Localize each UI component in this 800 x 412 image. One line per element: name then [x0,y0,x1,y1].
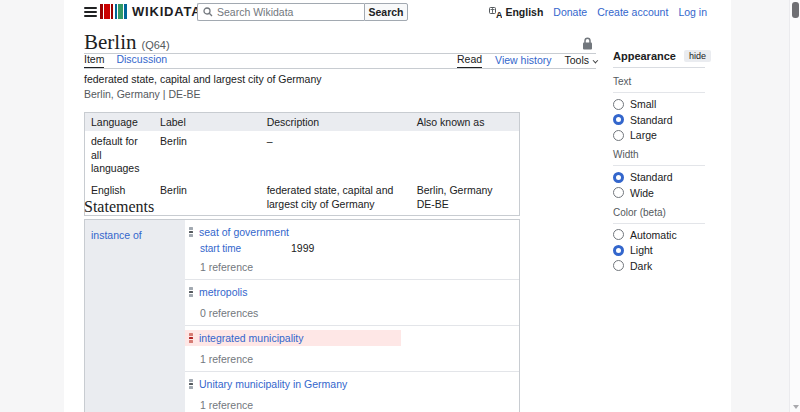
entity-id: (Q64) [142,39,170,51]
rank-selector-icon[interactable] [189,379,193,389]
qualifier-row: start time1999 [200,242,519,254]
language-label: English [505,6,543,18]
language-icon: A [489,7,502,18]
statement-group: instance of seat of government start tim… [84,219,520,412]
cell-language: default for all languages [85,131,155,180]
search-input[interactable] [217,6,359,18]
namespace-tabs: Item Discussion [84,53,167,68]
width-options: Standard Wide [613,171,705,199]
statements-heading: Statements [84,198,154,216]
qualifier-property-link[interactable]: start time [200,243,291,254]
radio-width-standard[interactable]: Standard [613,171,705,183]
radio-color-light[interactable]: Light [613,244,705,256]
radio-width-wide[interactable]: Wide [613,187,705,199]
wikidata-logo-icon [100,4,127,19]
cell-label: Berlin [154,131,261,180]
donate-link[interactable]: Donate [553,6,587,18]
radio-icon-checked[interactable] [613,114,624,125]
top-bar: WIKIDATA Search A English [64,0,731,24]
main-menu-icon[interactable] [84,7,97,17]
references-toggle[interactable]: 0 references [200,307,519,319]
terms-header-row: Language Label Description Also known as [85,113,520,132]
claim-seat-of-government: seat of government start time1999 1 refe… [185,220,519,280]
radio-icon-checked[interactable] [613,172,624,183]
references-toggle[interactable]: 1 reference [200,261,519,273]
property-link[interactable]: instance of [91,229,142,241]
rank-selector-icon-deprecated[interactable] [189,333,193,343]
radio-icon[interactable] [613,187,624,198]
claim-unitary-municipality: Unitary municipality in Germany 1 refere… [185,372,519,412]
table-row: default for all languages Berlin – [85,131,520,180]
radio-color-automatic[interactable]: Automatic [613,229,705,241]
radio-text-large[interactable]: Large [613,129,705,141]
content-sheet: WIKIDATA Search A English [64,0,731,412]
color-section-label: Color (beta) [613,205,705,224]
wikidata-page: WIKIDATA Search A English [0,0,800,412]
search-button[interactable]: Search [364,3,408,21]
qualifier-value: 1999 [291,242,314,254]
description-text: federated state, capital and largest cit… [84,72,322,87]
radio-icon[interactable] [613,260,624,271]
log-in-link[interactable]: Log in [678,6,707,18]
cell-aliases [411,131,520,180]
user-links: A English Donate Create account Log in [489,0,707,24]
search-icon [203,7,213,17]
wikidata-logo[interactable]: WIKIDATA [100,4,201,19]
rank-selector-icon[interactable] [189,287,193,297]
radio-color-dark[interactable]: Dark [613,260,705,272]
tab-item[interactable]: Item [84,53,104,68]
col-language: Language [85,113,155,132]
appearance-header: Appearance hide [613,50,705,68]
appearance-title: Appearance [613,50,676,62]
col-label: Label [154,113,261,132]
page-tabs: Item Discussion Read View history Tools [84,55,596,69]
search-bar: Search [197,3,408,21]
wikidata-logo-text: WIKIDATA [132,4,201,19]
scrollbar-down-arrow-icon[interactable] [793,405,799,409]
radio-icon[interactable] [613,130,624,141]
claim-integrated-municipality: integrated municipality 1 reference [185,326,519,372]
cell-aliases: Berlin, Germany DE-BE [411,180,520,216]
scrollbar-thumb[interactable] [792,2,799,18]
claim-value-link[interactable]: metropolis [199,286,247,298]
tab-view-history[interactable]: View history [495,54,551,68]
text-options: Small Standard Large [613,98,705,141]
page-title: Berlin [84,30,137,54]
radio-text-small[interactable]: Small [613,98,705,110]
claim-value-link[interactable]: integrated municipality [199,332,303,344]
claim-metropolis: metropolis 0 references [185,280,519,326]
col-also-known-as: Also known as [411,113,520,132]
view-tabs: Read View history Tools [457,53,596,68]
text-section-label: Text [613,74,705,93]
tab-tools[interactable]: Tools [564,54,596,68]
search-box[interactable] [197,3,364,21]
create-account-link[interactable]: Create account [597,6,668,18]
title-row: Berlin(Q64) [84,31,596,54]
cell-description: federated state, capital and largest cit… [261,180,411,216]
claim-value-link[interactable]: Unitary municipality in Germany [199,378,347,390]
references-toggle[interactable]: 1 reference [200,399,519,411]
color-options: Automatic Light Dark [613,229,705,272]
claims-list: seat of government start time1999 1 refe… [185,220,519,412]
protection-lock-icon [582,36,593,54]
deprecated-value-row: integrated municipality [185,330,401,346]
entity-description: federated state, capital and largest cit… [84,72,322,101]
rank-selector-icon[interactable] [189,227,193,237]
references-toggle[interactable]: 1 reference [200,353,519,365]
svg-text:A: A [496,9,502,18]
cell-description: – [261,131,411,180]
tab-read[interactable]: Read [457,53,482,68]
scrollbar[interactable] [789,0,800,412]
radio-icon-checked[interactable] [613,245,624,256]
claim-value-link[interactable]: seat of government [199,226,289,238]
appearance-panel: Appearance hide Text Small Standard Larg… [613,50,705,276]
tab-discussion[interactable]: Discussion [116,53,167,68]
radio-icon[interactable] [613,229,624,240]
radio-text-standard[interactable]: Standard [613,114,705,126]
cell-label: Berlin [154,180,261,216]
language-selector[interactable]: A English [489,6,543,18]
radio-icon[interactable] [613,99,624,110]
alias-text: Berlin, Germany | DE-BE [84,87,322,102]
hide-button[interactable]: hide [684,50,711,62]
width-section-label: Width [613,147,705,166]
